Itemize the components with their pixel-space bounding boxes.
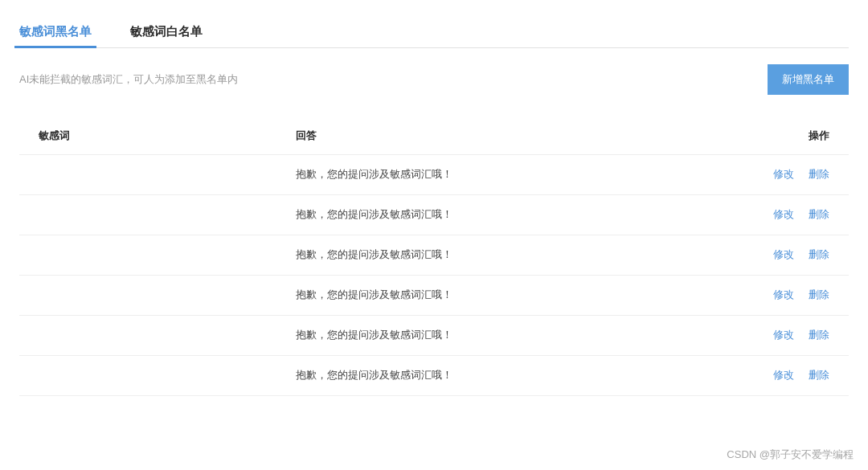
- edit-link[interactable]: 修改: [773, 369, 794, 382]
- edit-link[interactable]: 修改: [773, 329, 794, 342]
- delete-link[interactable]: 删除: [809, 369, 829, 382]
- subheader: AI未能拦截的敏感词汇，可人为添加至黑名单内 新增黑名单: [19, 64, 849, 95]
- table-header: 敏感词 回答 操作: [19, 117, 849, 155]
- cell-answer: 抱歉，您的提问涉及敏感词汇哦！: [296, 288, 757, 302]
- cell-answer: 抱歉，您的提问涉及敏感词汇哦！: [296, 369, 757, 382]
- table-row: 抱歉，您的提问涉及敏感词汇哦！修改删除: [19, 356, 849, 396]
- cell-actions: 修改删除: [757, 168, 829, 182]
- add-blacklist-button[interactable]: 新增黑名单: [768, 64, 849, 95]
- watermark: CSDN @郭子安不爱学编程: [727, 448, 854, 462]
- cell-answer: 抱歉，您的提问涉及敏感词汇哦！: [296, 168, 757, 182]
- edit-link[interactable]: 修改: [773, 208, 794, 222]
- delete-link[interactable]: 删除: [809, 208, 829, 222]
- table-row: 抱歉，您的提问涉及敏感词汇哦！修改删除: [19, 235, 849, 276]
- cell-actions: 修改删除: [757, 329, 829, 342]
- edit-link[interactable]: 修改: [773, 288, 794, 302]
- cell-actions: 修改删除: [757, 369, 829, 382]
- main-container: 敏感词黑名单 敏感词白名单 AI未能拦截的敏感词汇，可人为添加至黑名单内 新增黑…: [0, 0, 868, 412]
- cell-answer: 抱歉，您的提问涉及敏感词汇哦！: [296, 248, 757, 262]
- header-answer: 回答: [296, 129, 757, 143]
- table-row: 抱歉，您的提问涉及敏感词汇哦！修改删除: [19, 195, 849, 235]
- header-word: 敏感词: [39, 129, 296, 143]
- cell-answer: 抱歉，您的提问涉及敏感词汇哦！: [296, 208, 757, 222]
- tab-whitelist[interactable]: 敏感词白名单: [130, 16, 203, 47]
- table-row: 抱歉，您的提问涉及敏感词汇哦！修改删除: [19, 276, 849, 316]
- cell-actions: 修改删除: [757, 288, 829, 302]
- header-actions: 操作: [757, 129, 829, 143]
- cell-actions: 修改删除: [757, 208, 829, 222]
- tab-bar: 敏感词黑名单 敏感词白名单: [19, 16, 849, 48]
- delete-link[interactable]: 删除: [809, 288, 829, 302]
- cell-answer: 抱歉，您的提问涉及敏感词汇哦！: [296, 329, 757, 342]
- delete-link[interactable]: 删除: [809, 329, 829, 342]
- edit-link[interactable]: 修改: [773, 168, 794, 182]
- delete-link[interactable]: 删除: [809, 168, 829, 182]
- description-text: AI未能拦截的敏感词汇，可人为添加至黑名单内: [19, 72, 238, 87]
- tab-blacklist[interactable]: 敏感词黑名单: [19, 16, 92, 47]
- cell-actions: 修改删除: [757, 248, 829, 262]
- table-row: 抱歉，您的提问涉及敏感词汇哦！修改删除: [19, 155, 849, 195]
- sensitive-word-table: 敏感词 回答 操作 抱歉，您的提问涉及敏感词汇哦！修改删除抱歉，您的提问涉及敏感…: [19, 117, 849, 396]
- delete-link[interactable]: 删除: [809, 248, 829, 262]
- edit-link[interactable]: 修改: [773, 248, 794, 262]
- table-row: 抱歉，您的提问涉及敏感词汇哦！修改删除: [19, 316, 849, 356]
